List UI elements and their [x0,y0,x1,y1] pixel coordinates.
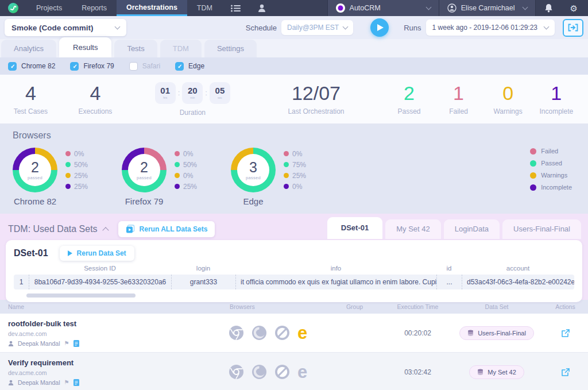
notifications-button[interactable] [535,0,562,16]
failed-dot-icon [284,151,289,156]
user-menu[interactable]: Elise Carmichael [439,0,535,16]
tab-settings[interactable]: Settings [204,40,257,57]
data-set-pill[interactable]: My Set 42 [469,365,524,379]
suite-selector[interactable]: Smoke (Code commit) [5,19,126,36]
chevron-down-icon [425,5,431,10]
app-window: Projects Reports Orchestrations TDM Auto… [0,0,588,390]
test-name[interactable]: Verify requirement [8,358,224,367]
tab-tdm[interactable]: TDM [160,40,202,57]
duration-minutes: 20 min [182,82,203,104]
tab-analytics[interactable]: Analytics [1,40,56,57]
open-result-button[interactable] [543,329,588,338]
column-header: Execution Time [385,303,451,310]
run-orchestration-button[interactable] [370,18,389,37]
column-header: account [462,261,574,275]
user-name-label: Elise Carmichael [461,4,515,12]
stat-failed: 1 Failed [434,83,483,115]
failed-dot-icon [175,151,180,156]
table-row[interactable]: Verify requirement dev.acme.com Deepak M… [0,352,588,390]
filter-edge[interactable]: Edge [175,62,204,71]
runs-selector[interactable]: 1 week ago - 2019-12-06 01:29:23 [426,20,555,36]
list-view-button[interactable] [222,0,249,16]
browsers-cell: e [224,324,324,342]
edge-icon: e [297,324,307,342]
checkbox-unchecked-icon [129,62,138,71]
rerun-all-icon [126,225,135,234]
chrome-icon [229,364,244,380]
schedule-selector[interactable]: Daily@3PM EST [281,20,353,35]
nav-item-projects[interactable]: Projects [26,0,72,16]
data-set-pill[interactable]: Users-Final-Final [459,326,534,340]
tdm-section-title[interactable]: TDM: Used Data Sets [8,224,108,234]
rerun-all-data-sets-button[interactable]: Rerun ALL Data Sets [118,221,215,237]
schedule-label: Schedule [246,24,277,32]
nav-item-reports[interactable]: Reports [72,0,117,16]
users-button[interactable] [249,0,274,16]
browsers-section: Browsers 2 passed 0% 50% 25% 25% [0,123,588,214]
donut-chart-name: Chrome 82 [13,196,57,206]
nav-item-orchestrations[interactable]: Orchestrations [117,0,187,16]
column-header: Group [324,303,385,310]
stat-label: Failed [449,107,468,115]
failed-dot-icon [530,148,536,155]
data-set-panel: DSet-01 Rerun Data Set Session ID login … [6,240,582,302]
app-logo[interactable] [0,0,26,16]
passed-dot-icon [65,162,71,167]
chrome-icon [229,325,244,341]
rerun-data-set-button[interactable]: Rerun Data Set [60,246,134,261]
document-icon[interactable] [74,340,79,347]
passed-dot-icon [284,162,289,167]
compare-runs-button[interactable] [563,19,583,37]
filter-chrome-82[interactable]: Chrome 82 [8,62,55,71]
stat-passed: 2 Passed [384,83,434,115]
project-selector[interactable]: AutoCRM [327,0,439,16]
stat-label: Incomplete [539,107,573,115]
bracket-arrow-icon [568,24,578,32]
donut-chart-name: Edge [231,196,276,206]
flag-icon[interactable]: ⚑ [64,380,69,385]
donut-chart-chrome: 2 passed 0% 50% 25% 25% Chrome 82 [13,148,122,206]
stat-label: Last Orchestration [288,107,344,115]
logo-icon [8,3,18,13]
warnings-dot-icon [284,173,289,178]
passed-dot-icon [175,162,180,167]
test-name[interactable]: rootfolder-bulk test [8,319,224,328]
database-icon [477,369,483,376]
data-set-table-row[interactable]: 1 8ba106d7-9d39-4934-9255-3e63320320a6 g… [14,275,574,289]
table-row[interactable]: rootfolder-bulk test dev.acme.com Deepak… [0,314,588,352]
incomplete-dot-icon [284,184,289,189]
data-set-tab-users-final-final[interactable]: Users-Final-Final [502,219,581,239]
nav-item-tdm[interactable]: TDM [187,0,222,16]
stat-warnings: 0 Warnings [483,83,533,115]
play-icon [68,250,72,256]
play-icon [377,24,384,31]
settings-button[interactable]: ⚙ [562,0,588,16]
stat-duration: 01 hrs : 20 min : 05 sec Duration [137,82,247,117]
flag-icon[interactable]: ⚑ [64,341,69,346]
stat-label: Duration [180,109,206,117]
data-set-tab-logindata[interactable]: LoginData [444,219,500,239]
filter-safari[interactable]: Safari [129,62,160,71]
session-id-cell: 8ba106d7-9d39-4934-9255-3e63320320a6 [29,275,171,289]
horizontal-scrollbar[interactable] [26,294,136,298]
gear-icon: ⚙ [570,4,578,13]
owner-name: Deepak Mandal [18,379,60,386]
status-legend: Failed Passed Warnings Incomplete [530,148,572,191]
bell-icon [544,3,553,13]
donut-ring: 2 passed [122,148,167,192]
data-set-tab-dset-01[interactable]: DSet-01 [327,217,382,239]
runs-label: Runs [404,24,421,32]
filter-label: Firefox 79 [83,62,114,70]
open-result-button[interactable] [543,368,588,377]
checkbox-checked-icon [8,62,17,71]
tab-results[interactable]: Results [59,37,111,57]
filter-firefox-79[interactable]: Firefox 79 [70,62,114,71]
document-icon[interactable] [74,379,79,386]
top-navigation: Projects Reports Orchestrations TDM Auto… [0,0,588,16]
browsers-cell: e [224,363,324,381]
stat-label: Warnings [493,107,522,115]
data-set-tab-my-set-42[interactable]: My Set 42 [385,219,441,239]
stat-executions: 4 Executions [53,83,137,115]
donut-legend: 0% 75% 25% 0% [284,150,306,191]
tab-tests[interactable]: Tests [114,40,157,57]
